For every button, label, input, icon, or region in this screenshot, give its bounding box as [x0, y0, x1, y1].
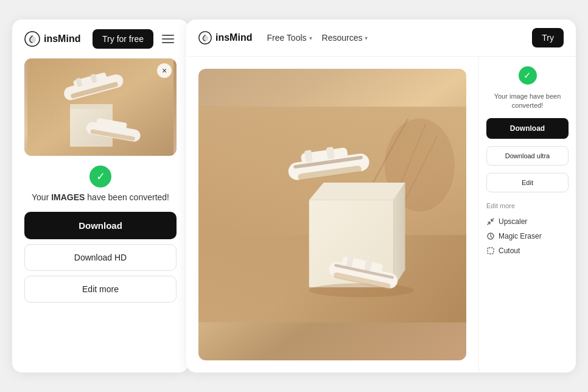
main-image-area	[186, 57, 478, 373]
left-panel: insMind Try for free ×	[12, 19, 189, 373]
checkmark-icon-right: ✓	[523, 70, 531, 81]
right-content: ✓ Your image have been converted! Downlo…	[186, 57, 576, 373]
chevron-down-icon-2: ▾	[365, 35, 368, 41]
try-button-left[interactable]: Try for free	[93, 29, 153, 49]
main-image-frame	[198, 69, 466, 360]
cutout-icon	[486, 247, 495, 255]
download-button-left[interactable]: Download	[24, 212, 177, 239]
svg-rect-3	[70, 104, 113, 109]
svg-rect-36	[488, 248, 494, 254]
download-ultra-button-right[interactable]: Download ultra	[486, 146, 569, 166]
close-button[interactable]: ×	[157, 63, 172, 78]
magic-eraser-icon	[486, 232, 495, 240]
svg-marker-21	[393, 183, 405, 287]
converted-text-right: Your image have been converted!	[486, 92, 569, 111]
success-check-right: ✓	[519, 66, 537, 85]
logo-right: insMind	[198, 31, 252, 44]
edit-more-button-left[interactable]: Edit more	[24, 276, 177, 303]
hamburger-icon[interactable]	[159, 32, 177, 46]
svg-point-22	[309, 283, 414, 297]
edit-more-section: Edit more Upscaler Magic Eraser	[486, 202, 569, 258]
cutout-label: Cutout	[499, 247, 520, 255]
logo-left: insMind	[24, 31, 80, 47]
success-message-left: Your IMAGES have been converted!	[32, 192, 169, 202]
logo-text-left: insMind	[44, 33, 80, 44]
chevron-down-icon-1: ▾	[309, 35, 312, 41]
magic-eraser-label: Magic Eraser	[499, 232, 542, 240]
download-hd-button-left[interactable]: Download HD	[24, 244, 177, 271]
right-header: insMind Free Tools ▾ Resources ▾ Try	[186, 19, 576, 57]
nav-free-tools-label: Free Tools	[267, 33, 306, 43]
checkmark-icon-left: ✓	[96, 170, 105, 183]
edit-more-label: Edit more	[486, 202, 569, 209]
edit-button-right[interactable]: Edit	[486, 173, 569, 192]
upscaler-label: Upscaler	[499, 217, 527, 226]
right-panel: insMind Free Tools ▾ Resources ▾ Try	[186, 19, 576, 373]
logo-icon-right	[198, 31, 212, 44]
nav-resources-label: Resources	[322, 33, 363, 43]
edit-cutout[interactable]: Cutout	[486, 243, 569, 258]
try-button-right[interactable]: Try	[532, 28, 564, 47]
svg-marker-20	[309, 183, 405, 200]
image-preview-container: ×	[24, 58, 177, 156]
left-header: insMind Try for free	[12, 19, 189, 58]
download-button-right[interactable]: Download	[486, 118, 569, 139]
upscaler-icon	[486, 217, 495, 226]
shoe-image-left	[24, 58, 177, 156]
logo-text-right: insMind	[215, 32, 252, 43]
edit-upscaler[interactable]: Upscaler	[486, 214, 569, 229]
nav-free-tools[interactable]: Free Tools ▾	[267, 33, 312, 43]
header-right: Try for free	[93, 29, 177, 49]
nav-resources[interactable]: Resources ▾	[322, 33, 368, 43]
success-area-left: ✓ Your IMAGES have been converted!	[12, 156, 189, 207]
close-icon: ×	[162, 66, 167, 75]
logo-icon-left	[24, 31, 40, 47]
edit-magic-eraser[interactable]: Magic Eraser	[486, 229, 569, 243]
nav-items: Free Tools ▾ Resources ▾	[267, 33, 517, 43]
success-check-left: ✓	[89, 166, 111, 187]
right-sidebar: ✓ Your image have been converted! Downlo…	[478, 57, 576, 373]
buttons-area-left: Download Download HD Edit more	[12, 207, 189, 312]
